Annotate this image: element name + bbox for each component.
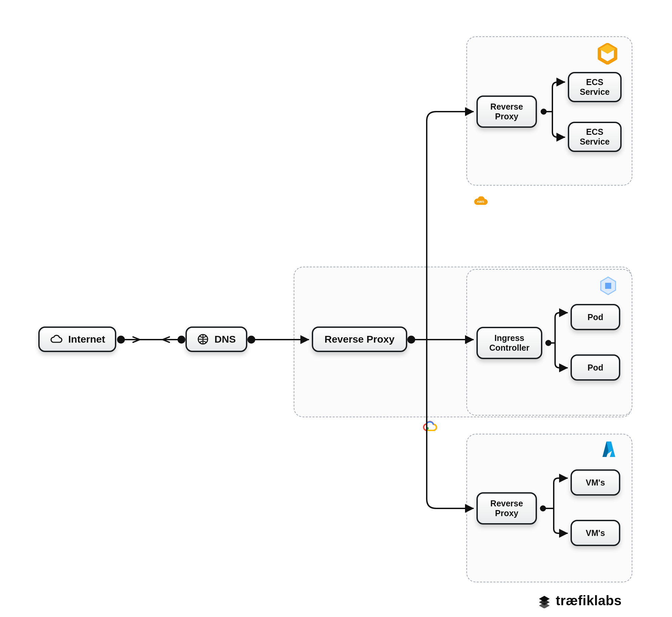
node-label: Internet bbox=[68, 334, 105, 345]
node-ecs-service-2: ECSService bbox=[568, 122, 622, 152]
brand-logo: træfiklabs bbox=[537, 593, 622, 608]
node-pod-2: Pod bbox=[571, 354, 620, 381]
azure-icon bbox=[599, 438, 620, 460]
node-dns: DNS bbox=[185, 326, 247, 352]
node-label: Reverse Proxy bbox=[325, 334, 394, 345]
node-label: Pod bbox=[587, 312, 603, 322]
svg-text:AWS: AWS bbox=[477, 200, 485, 203]
cloud-icon bbox=[49, 334, 63, 344]
node-label: DNS bbox=[214, 334, 236, 345]
brand-text: træfiklabs bbox=[556, 593, 622, 608]
globe-icon bbox=[197, 333, 209, 345]
node-vm-1: VM's bbox=[571, 469, 620, 496]
node-label: VM's bbox=[586, 528, 605, 538]
traefik-glyph-icon bbox=[537, 593, 552, 608]
node-reverse-proxy-main: Reverse Proxy bbox=[312, 326, 407, 352]
node-label: IngressController bbox=[489, 333, 529, 353]
node-label: VM's bbox=[586, 478, 605, 488]
node-ingress-controller: IngressController bbox=[476, 327, 542, 359]
node-ecs-service-1: ECSService bbox=[568, 72, 622, 102]
svg-point-2 bbox=[426, 427, 429, 430]
gcp-icon bbox=[422, 420, 438, 434]
node-label: ECSService bbox=[580, 77, 610, 97]
ecs-hex-icon bbox=[596, 42, 619, 65]
node-vm-2: VM's bbox=[571, 520, 620, 546]
node-reverse-proxy-ecs: ReverseProxy bbox=[476, 95, 537, 128]
aws-icon: AWS bbox=[472, 196, 489, 210]
node-label: ECSService bbox=[580, 127, 610, 147]
gke-hex-icon bbox=[597, 275, 619, 297]
node-reverse-proxy-vm: ReverseProxy bbox=[476, 492, 537, 525]
node-label: ReverseProxy bbox=[490, 499, 523, 518]
node-pod-1: Pod bbox=[571, 304, 620, 330]
node-internet: Internet bbox=[38, 326, 116, 352]
node-label: ReverseProxy bbox=[490, 102, 523, 121]
node-label: Pod bbox=[587, 363, 603, 373]
